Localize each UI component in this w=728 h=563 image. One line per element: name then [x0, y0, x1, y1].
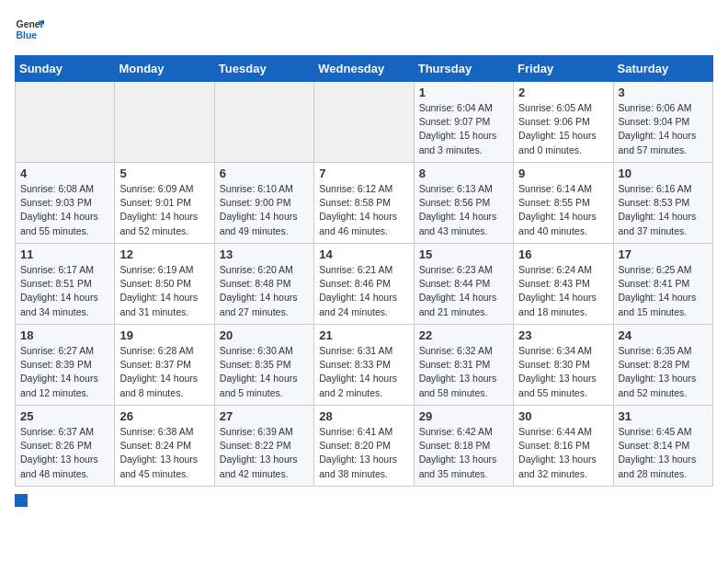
- day-number: 10: [619, 167, 708, 180]
- day-cell: 7Sunrise: 6:12 AM Sunset: 8:58 PM Daylig…: [314, 163, 414, 244]
- day-detail: Sunrise: 6:13 AM Sunset: 8:56 PM Dayligh…: [419, 182, 508, 238]
- day-cell: 3Sunrise: 6:06 AM Sunset: 9:04 PM Daylig…: [613, 82, 712, 163]
- day-number: 24: [619, 328, 708, 342]
- day-number: 18: [20, 328, 109, 342]
- day-number: 4: [20, 167, 109, 180]
- day-cell: 20Sunrise: 6:30 AM Sunset: 8:35 PM Dayli…: [214, 325, 313, 406]
- footer-bar: [15, 494, 713, 507]
- day-number: 29: [419, 409, 508, 423]
- col-header-tuesday: Tuesday: [214, 56, 313, 82]
- day-detail: Sunrise: 6:45 AM Sunset: 8:14 PM Dayligh…: [619, 425, 708, 481]
- week-row-5: 25Sunrise: 6:37 AM Sunset: 8:26 PM Dayli…: [16, 406, 713, 487]
- day-cell: 24Sunrise: 6:35 AM Sunset: 8:28 PM Dayli…: [613, 325, 712, 406]
- day-cell: [16, 82, 115, 163]
- col-header-wednesday: Wednesday: [314, 56, 414, 82]
- day-cell: 1Sunrise: 6:04 AM Sunset: 9:07 PM Daylig…: [414, 82, 513, 163]
- day-cell: 29Sunrise: 6:42 AM Sunset: 8:18 PM Dayli…: [414, 406, 513, 487]
- day-detail: Sunrise: 6:28 AM Sunset: 8:37 PM Dayligh…: [119, 344, 209, 400]
- day-number: 9: [518, 167, 608, 180]
- svg-text:Blue: Blue: [17, 30, 38, 40]
- day-cell: 28Sunrise: 6:41 AM Sunset: 8:20 PM Dayli…: [314, 406, 414, 487]
- day-detail: Sunrise: 6:10 AM Sunset: 9:00 PM Dayligh…: [220, 182, 309, 238]
- header-row: SundayMondayTuesdayWednesdayThursdayFrid…: [16, 56, 713, 82]
- day-detail: Sunrise: 6:14 AM Sunset: 8:55 PM Dayligh…: [518, 182, 608, 238]
- day-cell: 9Sunrise: 6:14 AM Sunset: 8:55 PM Daylig…: [514, 163, 613, 244]
- day-detail: Sunrise: 6:32 AM Sunset: 8:31 PM Dayligh…: [419, 344, 508, 400]
- day-cell: 8Sunrise: 6:13 AM Sunset: 8:56 PM Daylig…: [414, 163, 513, 244]
- day-detail: Sunrise: 6:20 AM Sunset: 8:48 PM Dayligh…: [220, 263, 309, 319]
- day-cell: [214, 82, 313, 163]
- day-cell: 18Sunrise: 6:27 AM Sunset: 8:39 PM Dayli…: [16, 325, 115, 406]
- day-detail: Sunrise: 6:08 AM Sunset: 9:03 PM Dayligh…: [20, 182, 109, 238]
- day-detail: Sunrise: 6:35 AM Sunset: 8:28 PM Dayligh…: [619, 344, 708, 400]
- day-cell: 25Sunrise: 6:37 AM Sunset: 8:26 PM Dayli…: [16, 406, 115, 487]
- day-detail: Sunrise: 6:05 AM Sunset: 9:06 PM Dayligh…: [518, 101, 608, 157]
- day-number: 8: [419, 167, 508, 180]
- day-cell: 27Sunrise: 6:39 AM Sunset: 8:22 PM Dayli…: [214, 406, 313, 487]
- day-detail: Sunrise: 6:25 AM Sunset: 8:41 PM Dayligh…: [619, 263, 708, 319]
- day-cell: 26Sunrise: 6:38 AM Sunset: 8:24 PM Dayli…: [115, 406, 214, 487]
- day-number: 7: [319, 167, 408, 180]
- col-header-monday: Monday: [115, 56, 214, 82]
- day-number: 20: [220, 328, 309, 342]
- day-detail: Sunrise: 6:31 AM Sunset: 8:33 PM Dayligh…: [319, 344, 408, 400]
- day-cell: 4Sunrise: 6:08 AM Sunset: 9:03 PM Daylig…: [16, 163, 115, 244]
- day-number: 21: [319, 328, 408, 342]
- day-cell: 12Sunrise: 6:19 AM Sunset: 8:50 PM Dayli…: [115, 244, 214, 325]
- day-cell: [115, 82, 214, 163]
- day-detail: Sunrise: 6:19 AM Sunset: 8:50 PM Dayligh…: [119, 263, 209, 319]
- day-number: 23: [518, 328, 608, 342]
- day-number: 30: [518, 409, 608, 423]
- day-cell: 31Sunrise: 6:45 AM Sunset: 8:14 PM Dayli…: [613, 406, 712, 487]
- day-detail: Sunrise: 6:12 AM Sunset: 8:58 PM Dayligh…: [319, 182, 408, 238]
- day-number: 19: [119, 328, 209, 342]
- day-number: 6: [220, 167, 309, 180]
- day-number: 27: [220, 409, 309, 423]
- logo: General Blue: [15, 15, 44, 44]
- daylight-swatch: [15, 494, 28, 507]
- col-header-friday: Friday: [514, 56, 613, 82]
- day-number: 17: [619, 247, 708, 261]
- day-cell: 11Sunrise: 6:17 AM Sunset: 8:51 PM Dayli…: [16, 244, 115, 325]
- day-cell: 23Sunrise: 6:34 AM Sunset: 8:30 PM Dayli…: [514, 325, 613, 406]
- day-cell: 13Sunrise: 6:20 AM Sunset: 8:48 PM Dayli…: [214, 244, 313, 325]
- day-detail: Sunrise: 6:04 AM Sunset: 9:07 PM Dayligh…: [419, 101, 508, 157]
- day-cell: 6Sunrise: 6:10 AM Sunset: 9:00 PM Daylig…: [214, 163, 313, 244]
- day-detail: Sunrise: 6:06 AM Sunset: 9:04 PM Dayligh…: [619, 101, 708, 157]
- day-number: 5: [119, 167, 209, 180]
- day-number: 14: [319, 247, 408, 261]
- day-number: 28: [319, 409, 408, 423]
- day-detail: Sunrise: 6:23 AM Sunset: 8:44 PM Dayligh…: [419, 263, 508, 319]
- day-cell: 21Sunrise: 6:31 AM Sunset: 8:33 PM Dayli…: [314, 325, 414, 406]
- day-number: 12: [119, 247, 209, 261]
- day-detail: Sunrise: 6:16 AM Sunset: 8:53 PM Dayligh…: [619, 182, 708, 238]
- day-detail: Sunrise: 6:41 AM Sunset: 8:20 PM Dayligh…: [319, 425, 408, 481]
- day-cell: 17Sunrise: 6:25 AM Sunset: 8:41 PM Dayli…: [613, 244, 712, 325]
- day-detail: Sunrise: 6:34 AM Sunset: 8:30 PM Dayligh…: [518, 344, 608, 400]
- col-header-thursday: Thursday: [414, 56, 513, 82]
- day-number: 26: [119, 409, 209, 423]
- week-row-3: 11Sunrise: 6:17 AM Sunset: 8:51 PM Dayli…: [16, 244, 713, 325]
- day-number: 25: [20, 409, 109, 423]
- week-row-1: 1Sunrise: 6:04 AM Sunset: 9:07 PM Daylig…: [16, 82, 713, 163]
- day-detail: Sunrise: 6:42 AM Sunset: 8:18 PM Dayligh…: [419, 425, 508, 481]
- col-header-sunday: Sunday: [16, 56, 115, 82]
- week-row-2: 4Sunrise: 6:08 AM Sunset: 9:03 PM Daylig…: [16, 163, 713, 244]
- day-detail: Sunrise: 6:27 AM Sunset: 8:39 PM Dayligh…: [20, 344, 109, 400]
- col-header-saturday: Saturday: [613, 56, 712, 82]
- day-number: 16: [518, 247, 608, 261]
- day-cell: 5Sunrise: 6:09 AM Sunset: 9:01 PM Daylig…: [115, 163, 214, 244]
- day-cell: [314, 82, 414, 163]
- page-header: General Blue: [15, 15, 713, 44]
- day-cell: 30Sunrise: 6:44 AM Sunset: 8:16 PM Dayli…: [514, 406, 613, 487]
- day-cell: 22Sunrise: 6:32 AM Sunset: 8:31 PM Dayli…: [414, 325, 513, 406]
- day-detail: Sunrise: 6:30 AM Sunset: 8:35 PM Dayligh…: [220, 344, 309, 400]
- day-number: 11: [20, 247, 109, 261]
- day-number: 3: [619, 86, 708, 99]
- day-cell: 2Sunrise: 6:05 AM Sunset: 9:06 PM Daylig…: [514, 82, 613, 163]
- day-number: 22: [419, 328, 508, 342]
- calendar-table: SundayMondayTuesdayWednesdayThursdayFrid…: [15, 55, 713, 487]
- day-detail: Sunrise: 6:38 AM Sunset: 8:24 PM Dayligh…: [119, 425, 209, 481]
- day-cell: 10Sunrise: 6:16 AM Sunset: 8:53 PM Dayli…: [613, 163, 712, 244]
- day-cell: 14Sunrise: 6:21 AM Sunset: 8:46 PM Dayli…: [314, 244, 414, 325]
